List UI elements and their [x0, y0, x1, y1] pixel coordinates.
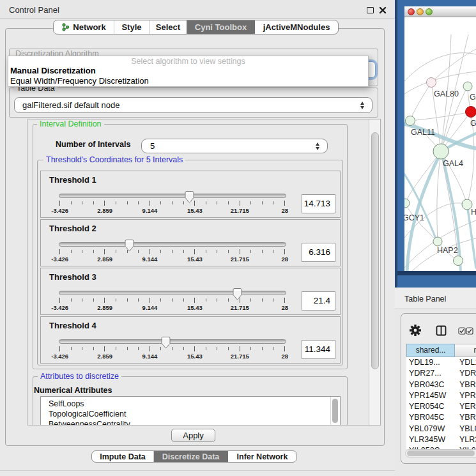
slider-thumb[interactable]: [160, 336, 171, 349]
threshold-label: Threshold 2: [49, 224, 96, 233]
settings-scrollbar-thumb[interactable]: [371, 132, 379, 369]
table-row[interactable]: YBR045C YBR0: [406, 412, 476, 423]
slider-track[interactable]: [59, 339, 286, 344]
threshold-row: Threshold 2 -3.4262.8599.14415.4321.7152…: [40, 219, 341, 266]
screen: Control Panel Network Style Select Cyni …: [0, 0, 476, 476]
network-window-titlebar[interactable]: [404, 6, 476, 17]
slider-major-ticks: [59, 298, 286, 303]
attributes-group-title: Attributes to discretize: [38, 372, 121, 381]
slider-track[interactable]: [59, 194, 286, 198]
zoom-traffic-light[interactable]: [426, 8, 433, 15]
number-of-intervals-label: Number of Intervals: [56, 140, 130, 149]
slider-scale: -3.4262.8599.14415.4321.71528: [59, 256, 286, 263]
table-row[interactable]: YLR345W YLR3: [406, 434, 476, 445]
settings-scrollbar[interactable]: [369, 119, 381, 425]
slider-thumb[interactable]: [124, 239, 135, 252]
checkbox-icon[interactable]: [466, 327, 473, 335]
numerical-attributes-list[interactable]: SelfLoopsTopologicalCoefficientBetweenne…: [40, 396, 341, 426]
cyni-mode-tabs: Impute Data Discretize Data Infer Networ…: [91, 450, 297, 463]
table-panel-header: Table Panel: [395, 288, 476, 309]
interval-definition-title: Interval Definition: [37, 119, 104, 128]
table-row[interactable]: YDR27... YDR2: [406, 368, 476, 379]
slider-thumb[interactable]: [184, 190, 195, 204]
svg-text:G: G: [470, 119, 476, 128]
table-rows: YDL19... YDL1 YDR27... YDR2 YBR043C YBR0…: [406, 357, 476, 449]
tab-discretize-data[interactable]: Discretize Data: [154, 451, 228, 462]
tab-jactivemnodules[interactable]: jActiveMNodules: [255, 20, 338, 34]
table-hscrollbar[interactable]: [405, 449, 476, 457]
control-panel-title: Control Panel: [9, 5, 59, 15]
spinner-arrows-icon: [316, 142, 320, 151]
threshold-row: Threshold 4 -3.4262.8599.14415.4321.7152…: [40, 316, 341, 364]
popup-option-manual[interactable]: Manual Discretization: [10, 66, 96, 75]
popup-option-equal-width[interactable]: Equal Width/Frequency Discretization: [10, 76, 149, 86]
slider-thumb[interactable]: [232, 288, 243, 301]
table-row[interactable]: YBR043C YBR0: [406, 380, 476, 390]
slider-scale: -3.4262.8599.14415.4321.71528: [59, 304, 286, 312]
combo-arrows-icon: [360, 101, 365, 110]
algorithm-dropdown-popup: Select algorithm to view settings Manual…: [8, 56, 369, 87]
network-icon: [61, 23, 70, 31]
slider-major-ticks: [59, 201, 286, 206]
columns-icon[interactable]: [436, 325, 447, 336]
tab-select[interactable]: Select: [150, 20, 187, 34]
thresholds-group-title: Threshold's Coordinates for 5 Intervals: [43, 155, 185, 164]
list-scrollbar-thumb[interactable]: [332, 399, 338, 423]
table-panel-title: Table Panel: [404, 295, 446, 303]
number-of-intervals-spinner[interactable]: 5: [141, 139, 328, 153]
slider-track[interactable]: [59, 242, 286, 247]
attribute-item[interactable]: SelfLoops: [41, 399, 340, 409]
slider-scale: -3.4262.8599.14415.4321.71528: [59, 353, 286, 360]
svg-text:GAL80: GAL80: [434, 89, 459, 98]
table-row[interactable]: YER054C YER0: [406, 401, 476, 412]
tab-impute-data[interactable]: Impute Data: [92, 451, 154, 462]
svg-text:HAP2: HAP2: [437, 246, 458, 255]
network-canvas[interactable]: GAL80GAGGAL11GAL4HGCY1HAP2: [404, 17, 476, 271]
window-bottom-divider: [0, 470, 395, 471]
slider-track[interactable]: [59, 291, 286, 295]
threshold-row: Threshold 1 -3.4262.8599.14415.4321.7152…: [40, 171, 341, 218]
apply-button[interactable]: Apply: [171, 429, 215, 442]
attribute-item[interactable]: BetweennessCentrality: [41, 419, 340, 426]
attribute-item[interactable]: TopologicalCoefficient: [41, 409, 340, 419]
svg-text:GA: GA: [470, 93, 476, 102]
table-panel: shared... name YDL19... YDL1 YDR27... YD…: [401, 313, 476, 464]
minimize-traffic-light[interactable]: [417, 8, 424, 15]
control-panel-titlebar: Control Panel: [0, 0, 395, 19]
float-window-icon[interactable]: [367, 7, 374, 13]
settings-scrollpane: Interval Definition Number of Intervals …: [27, 119, 381, 426]
table-hscrollbar-thumb[interactable]: [407, 450, 475, 456]
threshold-value-field[interactable]: 11.344: [302, 340, 335, 359]
table-row[interactable]: YPR145W YPR1: [406, 390, 476, 401]
threshold-label: Threshold 3: [49, 272, 96, 282]
svg-text:GCY1: GCY1: [404, 213, 424, 222]
tab-network[interactable]: Network: [54, 20, 114, 34]
numerical-attributes-label: Numerical Attributes: [34, 386, 112, 395]
threshold-value-field[interactable]: 21.4: [302, 291, 335, 311]
tab-infer-network[interactable]: Infer Network: [228, 451, 296, 462]
table-row[interactable]: YDL19... YDL1: [406, 357, 476, 368]
close-traffic-light[interactable]: [408, 8, 415, 15]
table-row[interactable]: YBL079W YBL0: [406, 424, 476, 434]
svg-text:GAL11: GAL11: [411, 128, 435, 137]
checkbox-icon[interactable]: [458, 327, 466, 335]
threshold-value-field[interactable]: 6.316: [302, 243, 335, 262]
svg-text:H: H: [471, 208, 476, 217]
gear-icon[interactable]: [410, 325, 421, 336]
threshold-label: Threshold 4: [49, 321, 96, 330]
slider-major-ticks: [59, 346, 286, 351]
column-header-shared-name[interactable]: shared...: [406, 344, 455, 357]
control-panel-tabs: Network Style Select Cyni Toolbox jActiv…: [53, 20, 339, 35]
svg-text:GAL4: GAL4: [443, 159, 463, 168]
slider-major-ticks: [59, 249, 286, 254]
threshold-value-field[interactable]: 14.713: [302, 194, 335, 213]
threshold-label: Threshold 1: [49, 175, 96, 185]
slider-scale: -3.4262.8599.14415.4321.71528: [59, 207, 286, 215]
close-icon[interactable]: [379, 6, 387, 14]
table-header: shared... name: [406, 344, 476, 357]
popup-hint: Select algorithm to view settings: [8, 57, 368, 66]
column-header-name[interactable]: name: [455, 344, 476, 357]
tab-style[interactable]: Style: [114, 20, 150, 34]
table-data-combobox[interactable]: galFiltered.sif default node: [14, 97, 372, 113]
tab-cyni-toolbox[interactable]: Cyni Toolbox: [187, 20, 255, 34]
